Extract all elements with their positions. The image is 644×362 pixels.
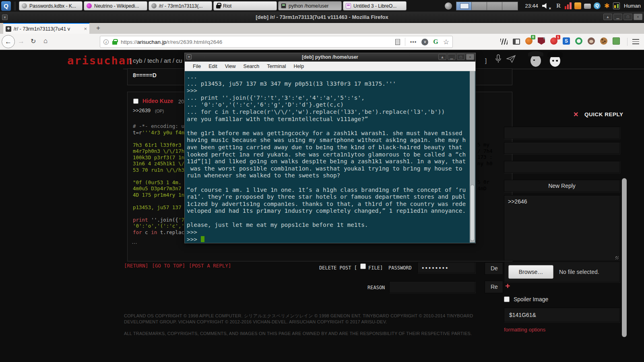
home-button[interactable]: ⌂ [43, 37, 47, 45]
terminal-shade-button[interactable]: ▲ [438, 54, 446, 60]
minimize-button[interactable]: ▁ [613, 14, 622, 20]
taskbar-window-6[interactable]: Untitled 3 - LibreO... [343, 1, 407, 10]
file-label: FILE] [368, 265, 383, 271]
link-post-a-reply[interactable]: [POST A REPLY] [189, 263, 231, 269]
app-launcher-button[interactable]: Q [1, 1, 11, 11]
board-nav-right-fragment: ] [485, 57, 487, 64]
taskbar-window-4[interactable]: Riot [213, 1, 277, 10]
mic-icon[interactable] [495, 54, 502, 66]
site-info-icon[interactable]: i [103, 39, 109, 45]
battery-icon[interactable] [613, 2, 620, 9]
forward-button[interactable]: → [18, 37, 25, 45]
spoiler-checkbox[interactable] [504, 296, 510, 302]
terminal-scrollbar[interactable] [470, 71, 475, 243]
q-app-icon[interactable]: Q [594, 2, 601, 9]
library-icon[interactable] [500, 39, 508, 45]
settings-gear-icon[interactable]: ✱ [603, 2, 610, 9]
terminal-menu-file[interactable]: File [193, 64, 201, 69]
qr-email-field[interactable] [504, 142, 620, 154]
greasemonkey-icon[interactable] [588, 37, 595, 45]
terminal-maximize-button[interactable]: □ [457, 54, 465, 60]
terminal-close-button[interactable]: × [466, 54, 474, 60]
reload-button[interactable]: ↻ [31, 37, 36, 45]
reader-mode-icon[interactable] [395, 39, 400, 45]
quick-reply-title[interactable]: QUICK REPLY [584, 111, 623, 117]
tray-circle-icon[interactable] [445, 2, 452, 10]
page-actions-icon[interactable]: ••• [410, 39, 417, 45]
google-extension-icon[interactable]: G [433, 38, 438, 45]
board-nav[interactable]: [ cyb / tech / art / cu [130, 57, 182, 64]
shield-addon-icon[interactable]: 2 [538, 37, 545, 45]
terminal-menu-terminal[interactable]: Terminal [267, 64, 286, 69]
firefox-window: [deb] /r/ - 73rm1n73113(7u41 v111463 - M… [0, 12, 644, 362]
browse-button[interactable]: Browse… [508, 265, 553, 279]
workspace-4[interactable] [502, 2, 518, 10]
workspace-3[interactable] [487, 2, 502, 10]
captcha-field[interactable]: $141G61& [504, 308, 620, 322]
terminal-titlebar[interactable]: [deb] python /home/user ▲ ▁ □ × [185, 53, 475, 62]
taskbar-grip[interactable] [14, 2, 17, 10]
ring-addon-icon[interactable] [575, 37, 582, 45]
qr-name-field[interactable] [504, 127, 620, 139]
post-code-left: # -*- encoding: utt=r'''4r3 y0u f4m1 7h3… [133, 123, 190, 235]
terminal-menu-edit[interactable]: Edit [208, 64, 217, 69]
sidebar-icon[interactable] [513, 39, 520, 45]
reason-field[interactable] [389, 281, 475, 293]
post-quote-link[interactable]: >>2639 [133, 107, 151, 113]
terminal-menu-search[interactable]: Search [244, 64, 260, 69]
network-signal-icon[interactable] [565, 2, 572, 9]
terminal-minimize-button[interactable]: ▁ [448, 54, 456, 60]
link-return[interactable]: [RETURN] [124, 263, 148, 269]
workspace-2[interactable] [472, 2, 487, 10]
page-scrollbar-thumb[interactable] [622, 178, 627, 337]
terminal-screen[interactable]: ...... p13453, ju57 137 m3 347 my p0p51(… [185, 71, 475, 243]
back-button[interactable]: ← [2, 35, 15, 48]
pocket-icon[interactable]: ∨ [421, 39, 428, 45]
taskbar-window-2[interactable]: Neutrino - Wikipedi... [84, 1, 147, 10]
bookmark-star-icon[interactable]: ☆ [443, 38, 449, 46]
taskbar-window-5[interactable]: python /home/user [278, 1, 342, 10]
tab-arisuchan[interactable]: /r/ - 73rm1n73113(7u41 v × [3, 23, 89, 34]
terminal-scrollbar-thumb[interactable] [470, 185, 475, 241]
add-file-plus-button[interactable]: + [505, 281, 510, 291]
url-text[interactable]: https://arisuchan.jp/r/res/2639.html#q26… [121, 39, 390, 45]
firefox-titlebar[interactable]: [deb] /r/ - 73rm1n73113(7u41 v111463 - M… [0, 12, 644, 23]
delete-button-fragment[interactable]: De [485, 262, 503, 275]
quick-reply-close-icon[interactable]: ✕ [573, 111, 578, 118]
r-indicator-icon[interactable]: R [555, 2, 562, 9]
taskbar-window-label: Neutrino - Wikipedi... [94, 3, 139, 9]
qr-subject-field[interactable] [504, 161, 620, 173]
post-checkbox[interactable] [133, 99, 138, 104]
hamburger-menu-icon[interactable] [632, 39, 639, 44]
volume-muted-icon[interactable]: × [542, 2, 551, 10]
file-checkbox[interactable] [360, 263, 366, 269]
close-button[interactable]: × [634, 14, 642, 20]
site-logo[interactable]: arisuchan [67, 54, 133, 67]
maximize-button[interactable]: □ [623, 14, 632, 20]
qr-body-textarea[interactable]: >>2646 [504, 195, 620, 261]
new-tab-button[interactable]: + [93, 24, 103, 32]
s-addon-icon[interactable]: S [563, 37, 570, 45]
password-field[interactable]: ●●●●●●●● [417, 262, 475, 273]
send-plane-icon[interactable] [506, 55, 516, 65]
green-addon-icon[interactable] [613, 37, 620, 45]
new-reply-button[interactable]: New Reply [504, 180, 620, 192]
previous-post-text: 8=====D [133, 72, 157, 78]
tab-close-icon[interactable]: × [84, 26, 87, 32]
fox-addon-icon[interactable]: 0 [525, 37, 533, 45]
terminal-menu-view[interactable]: View [225, 64, 236, 69]
link-go-to-top[interactable]: [GO TO TOP] [152, 263, 185, 269]
taskbar-window-3[interactable]: /r/ - 73rm1n73113(... [149, 1, 212, 10]
shade-button[interactable]: ▲ [603, 14, 612, 20]
red-addon-icon[interactable]: 1 [550, 37, 557, 45]
disk-drive-icon[interactable] [584, 4, 591, 9]
workspace-1[interactable] [456, 2, 472, 10]
cookie-addon-icon[interactable] [600, 37, 607, 45]
terminal-menu-help[interactable]: Help [293, 64, 304, 69]
report-button-fragment[interactable]: Re [485, 281, 503, 293]
formatting-options-link[interactable]: formatting options [504, 327, 545, 333]
taskbar-window-1[interactable]: Passwords.kdbx - K... [19, 1, 83, 10]
url-bar[interactable]: i https://arisuchan.jp/r/res/2639.html#q… [100, 36, 453, 48]
orange-app-icon[interactable] [574, 2, 581, 9]
textarea-resize-handle[interactable] [615, 256, 619, 259]
